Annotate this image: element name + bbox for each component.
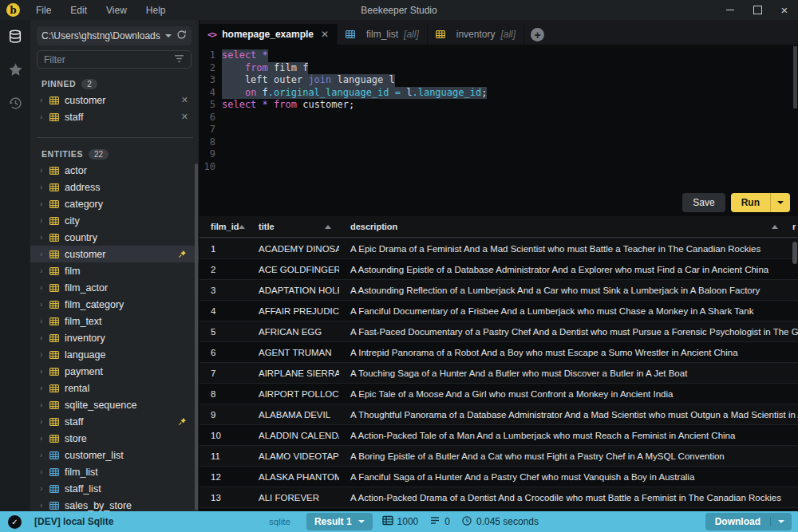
sidebar-item-rental[interactable]: ›rental — [30, 380, 200, 396]
table-row[interactable]: 1ACADEMY DINOSAURA Epic Drama of a Femin… — [200, 238, 798, 258]
view-icon — [49, 467, 59, 477]
sidebar-item-sqlite_sequence[interactable]: ›sqlite_sequence — [30, 396, 200, 413]
sidebar-item-customer[interactable]: ›customer — [30, 246, 200, 262]
sidebar-item-country[interactable]: ›country — [30, 229, 200, 246]
sql-editor[interactable]: 1select *2 from film f3 left outer join … — [200, 45, 798, 216]
maximize-button[interactable] — [744, 0, 771, 20]
close-button[interactable]: × — [771, 0, 798, 20]
sidebar-item-film_actor[interactable]: ›film_actor — [30, 279, 200, 296]
sidebar-item-film_list[interactable]: ›film_list — [30, 463, 200, 480]
sort-asc-icon[interactable] — [772, 225, 778, 229]
sidebar-item-staff[interactable]: ›staff — [30, 413, 200, 430]
sidebar-item-language[interactable]: ›language — [30, 346, 200, 363]
menu-edit[interactable]: Edit — [62, 2, 95, 18]
sidebar-item-customer_list[interactable]: ›customer_list — [30, 447, 200, 463]
chevron-right-icon[interactable]: › — [40, 96, 49, 104]
column-header-description[interactable]: description — [339, 222, 786, 231]
favorites-panel-button[interactable] — [6, 61, 25, 81]
sidebar-item-customer[interactable]: ›customer✕ — [30, 92, 200, 108]
table-row[interactable]: 6AGENT TRUMANA Intrepid Panorama of a Ro… — [200, 341, 798, 362]
sidebar-item-film_text[interactable]: ›film_text — [30, 313, 200, 329]
results-grid: film_id title description r 1ACADEMY DIN… — [200, 216, 798, 522]
chevron-right-icon[interactable]: › — [40, 350, 49, 359]
sidebar-item-address[interactable]: ›address — [30, 179, 200, 195]
sort-asc-icon[interactable] — [239, 225, 245, 229]
history-panel-button[interactable] — [6, 95, 25, 114]
table-row[interactable]: 7AIRPLANE SIERRAA Touching Saga of a Hun… — [200, 362, 798, 383]
sidebar-item-store[interactable]: ›store — [30, 430, 200, 447]
refresh-icon[interactable] — [176, 30, 187, 42]
column-header-partial[interactable]: r — [786, 222, 798, 231]
chevron-right-icon[interactable]: › — [40, 216, 49, 225]
chevron-right-icon[interactable]: › — [40, 467, 49, 476]
chevron-right-icon[interactable]: › — [40, 400, 49, 409]
chevron-right-icon[interactable]: › — [40, 317, 49, 325]
menu-help[interactable]: Help — [138, 2, 174, 18]
chevron-right-icon[interactable]: › — [40, 283, 49, 292]
sidebar-scrollbar[interactable] — [195, 164, 198, 510]
grid-vertical-scrollbar[interactable] — [792, 242, 797, 264]
sidebar-item-inventory[interactable]: ›inventory — [30, 329, 200, 346]
sidebar-item-actor[interactable]: ›actor — [30, 162, 200, 179]
entity-filter-input[interactable]: Filter — [37, 50, 192, 69]
sidebar-item-payment[interactable]: ›payment — [30, 363, 200, 380]
column-header-title[interactable]: title — [247, 222, 339, 231]
database-panel-button[interactable] — [6, 28, 25, 47]
table-row[interactable]: 11ALAMO VIDEOTAPEA Boring Epistle of a B… — [200, 445, 798, 466]
download-label[interactable]: Download — [705, 513, 770, 530]
chevron-right-icon[interactable]: › — [40, 166, 49, 175]
chevron-right-icon[interactable]: › — [40, 417, 49, 426]
menu-file[interactable]: File — [28, 2, 59, 18]
sidebar-item-film[interactable]: ›film — [30, 262, 200, 279]
chevron-right-icon[interactable]: › — [40, 300, 49, 309]
chevron-right-icon[interactable]: › — [40, 501, 49, 510]
tab-close-icon[interactable]: ✕ — [321, 29, 329, 40]
table-row[interactable]: 4AFFAIR PREJUDICEA Fanciful Documentary … — [200, 300, 798, 321]
tab-homepage_example[interactable]: <>homepage_example✕ — [200, 24, 338, 45]
sidebar-item-film_category[interactable]: ›film_category — [30, 296, 200, 313]
chevron-right-icon[interactable]: › — [40, 434, 49, 443]
chevron-right-icon[interactable]: › — [40, 484, 49, 493]
result-selector[interactable]: Result 1 — [306, 513, 373, 530]
tab-inventory[interactable]: inventory[all] — [428, 24, 524, 45]
menu-view[interactable]: View — [98, 2, 135, 18]
unpin-close-icon[interactable]: ✕ — [181, 95, 188, 105]
table-row[interactable]: 5AFRICAN EGGA Fast-Paced Documentary of … — [200, 321, 798, 341]
download-button[interactable]: Download — [705, 513, 792, 530]
chevron-right-icon[interactable]: › — [40, 367, 49, 376]
table-row[interactable]: 12ALASKA PHANTOMA Fanciful Saga of a Hun… — [200, 466, 798, 487]
chevron-right-icon[interactable]: › — [40, 199, 49, 208]
chevron-right-icon[interactable]: › — [40, 233, 49, 242]
chevron-right-icon[interactable]: › — [40, 384, 49, 392]
table-row[interactable]: 13ALI FOREVERA Action-Packed Drama of a … — [200, 487, 798, 507]
chevron-right-icon[interactable]: › — [40, 333, 49, 342]
sidebar-item-staff[interactable]: ›staff✕ — [30, 108, 200, 125]
minimize-button[interactable] — [717, 0, 744, 20]
chevron-right-icon[interactable]: › — [40, 250, 49, 258]
sidebar-item-sales_by_store[interactable]: ›sales_by_store — [30, 497, 200, 511]
sidebar-item-city[interactable]: ›city — [30, 212, 200, 229]
unpin-close-icon[interactable]: ✕ — [181, 112, 188, 122]
sidebar-item-staff_list[interactable]: ›staff_list — [30, 480, 200, 497]
run-button[interactable]: Run — [731, 193, 790, 212]
run-options-button[interactable] — [770, 193, 790, 212]
table-row[interactable]: 9ALABAMA DEVILA Thoughtful Panorama of a… — [200, 404, 798, 424]
sort-asc-icon[interactable] — [325, 225, 331, 229]
chevron-right-icon[interactable]: › — [40, 183, 49, 191]
chevron-right-icon[interactable]: › — [40, 451, 49, 459]
run-button-label[interactable]: Run — [731, 193, 770, 212]
tab-film_list[interactable]: film_list[all] — [338, 24, 428, 45]
table-row[interactable]: 10ALADDIN CALENDARA Action-Packed Tale o… — [200, 424, 798, 445]
download-options-button[interactable] — [770, 517, 792, 526]
chevron-right-icon[interactable]: › — [40, 112, 49, 121]
connection-dropdown[interactable]: C:\Users\ghstng\Downloads — [37, 26, 192, 45]
column-header-film-id[interactable]: film_id — [200, 222, 247, 231]
table-row[interactable]: 8AIRPORT POLLOCKA Epic Tale of a Moose A… — [200, 383, 798, 404]
chevron-right-icon[interactable]: › — [40, 266, 49, 275]
new-tab-button[interactable]: + — [531, 28, 544, 41]
save-button[interactable]: Save — [682, 193, 725, 212]
table-row[interactable]: 2ACE GOLDFINGERA Astounding Epistle of a… — [200, 258, 798, 279]
table-row[interactable]: 3ADAPTATION HOLESA Astounding Reflection… — [200, 279, 798, 300]
editor-scrollbar[interactable] — [793, 46, 797, 108]
sidebar-item-category[interactable]: ›category — [30, 195, 200, 212]
